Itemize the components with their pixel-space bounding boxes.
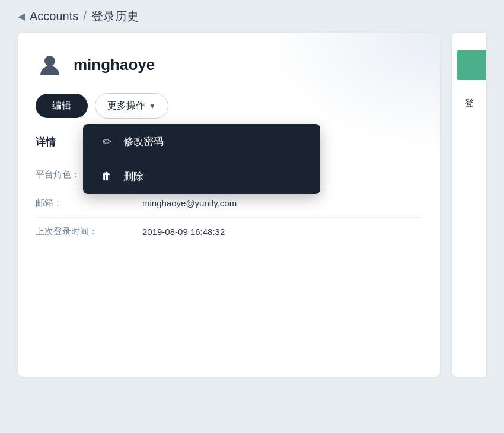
last-login-label: 上次登录时间： <box>36 226 142 237</box>
user-name: minghaoye <box>74 56 155 74</box>
breadcrumb-current: 登录历史 <box>91 8 139 24</box>
trash-icon: 🗑 <box>100 170 114 183</box>
breadcrumb: ◀ Accounts / 登录历史 <box>0 0 504 33</box>
edit-button[interactable]: 编辑 <box>36 94 88 118</box>
last-login-value: 2019-08-09 16:48:32 <box>142 227 225 237</box>
more-actions-button[interactable]: 更多操作 ▼ <box>95 93 168 119</box>
chevron-down-icon: ▼ <box>149 102 156 110</box>
user-detail-card: minghaoye 编辑 更多操作 ▼ ✏ 修改密码 🗑 删除 <box>18 33 440 377</box>
action-buttons: 编辑 更多操作 ▼ ✏ 修改密码 🗑 删除 <box>36 93 422 119</box>
right-panel-tab[interactable] <box>457 50 486 80</box>
avatar <box>36 50 64 79</box>
back-button[interactable]: ◀ <box>18 11 25 22</box>
main-content: minghaoye 编辑 更多操作 ▼ ✏ 修改密码 🗑 删除 <box>0 33 504 377</box>
detail-row-last-login: 上次登录时间： 2019-08-09 16:48:32 <box>36 218 422 246</box>
breadcrumb-separator: / <box>83 9 87 23</box>
edit-icon: ✏ <box>100 135 114 148</box>
right-panel: 登 <box>452 33 486 377</box>
dropdown-item-change-password[interactable]: ✏ 修改密码 <box>83 124 320 159</box>
dropdown-item-delete[interactable]: 🗑 删除 <box>83 159 320 194</box>
breadcrumb-accounts[interactable]: Accounts <box>30 9 78 23</box>
dropdown-menu: ✏ 修改密码 🗑 删除 <box>83 124 320 194</box>
right-panel-title: 登 <box>465 98 474 109</box>
change-password-label: 修改密码 <box>123 135 164 148</box>
email-label: 邮箱： <box>36 198 142 209</box>
email-value: minghaoye@yunify.com <box>142 198 237 208</box>
user-header: minghaoye <box>36 50 422 79</box>
svg-point-0 <box>44 56 55 66</box>
delete-label: 删除 <box>123 170 143 183</box>
more-actions-label: 更多操作 <box>107 100 145 112</box>
